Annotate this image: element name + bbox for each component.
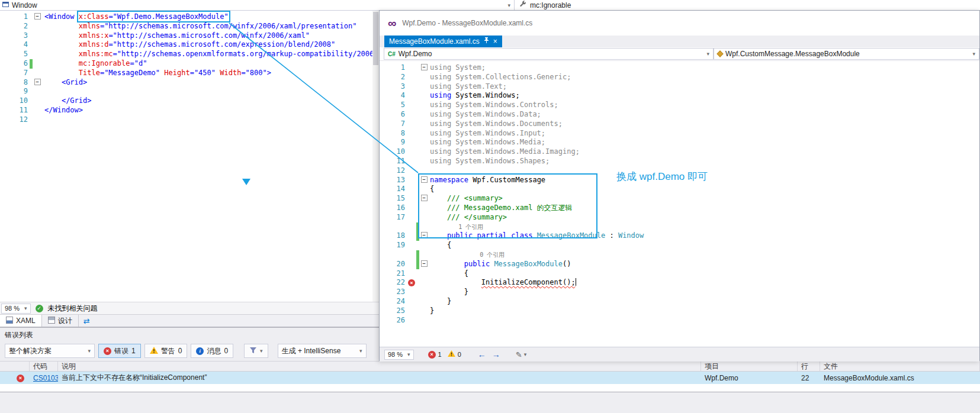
code-text: } — [429, 297, 451, 306]
cs-code-line[interactable]: 26 — [380, 316, 979, 325]
project-dropdown-label: Wpf.Demo — [399, 50, 432, 58]
cs-code-line[interactable]: 3using System.Text; — [380, 82, 979, 92]
csharp-code-area[interactable]: 1−using System;2using System.Collections… — [380, 61, 979, 325]
xaml-code-line[interactable]: 10 </Grid> — [0, 96, 379, 106]
cs-code-line[interactable]: 8using System.Windows.Input; — [380, 129, 979, 138]
cs-code-line[interactable]: 14{ — [380, 185, 979, 194]
csharp-editor[interactable]: 1−using System;2using System.Collections… — [380, 60, 979, 347]
cs-code-line[interactable]: 11using System.Windows.Shapes; — [380, 157, 979, 166]
xaml-code-line[interactable]: 2 xmlns="http://schemas.microsoft.com/wi… — [0, 22, 379, 31]
cs-code-line[interactable]: 5using System.Windows.Controls; — [380, 101, 979, 110]
xaml-editor[interactable]: 1−<Window x:Class="Wpf.Demo.MessageBoxMo… — [0, 11, 379, 302]
codelens-indicator[interactable]: 1 个引用 — [380, 222, 979, 232]
project-dropdown[interactable]: C# Wpf.Demo ▾ — [384, 48, 714, 60]
build-intellisense-dropdown[interactable]: 生成 + IntelliSense ▾ — [278, 344, 367, 358]
xaml-code-area[interactable]: 1−<Window x:Class="Wpf.Demo.MessageBoxMo… — [0, 11, 379, 125]
collapse-icon[interactable]: − — [34, 79, 41, 85]
scope-dropdown[interactable]: 整个解决方案 ▾ — [5, 344, 95, 358]
cs-code-line[interactable]: 1−using System; — [380, 63, 979, 73]
error-code-link[interactable]: CS0103 — [33, 374, 58, 382]
fold-margin[interactable]: − — [419, 63, 429, 73]
navigate-forward-icon[interactable]: → — [492, 350, 500, 359]
fold-margin[interactable]: − — [419, 176, 429, 185]
messages-filter-button[interactable]: i 消息 0 — [191, 344, 233, 358]
cs-code-line[interactable]: 20− public MessageBoxModule() — [380, 260, 979, 269]
xaml-code-line[interactable]: 8− <Grid> — [0, 78, 379, 88]
collapse-icon[interactable]: − — [421, 195, 428, 201]
xaml-code-line[interactable]: 3 xmlns:x="http://schemas.microsoft.com/… — [0, 31, 379, 41]
cs-code-line[interactable]: 2using System.Collections.Generic; — [380, 73, 979, 82]
cs-code-line[interactable]: 19 { — [380, 241, 979, 250]
column-header-severity[interactable] — [0, 362, 30, 371]
xaml-code-line[interactable]: 1−<Window x:Class="Wpf.Demo.MessageBoxMo… — [0, 12, 379, 22]
warnings-filter-button[interactable]: 警告 0 — [144, 344, 188, 358]
swap-panes-icon[interactable]: ⇄ — [79, 315, 95, 327]
cs-code-line[interactable]: 17 /// </summary> — [380, 213, 979, 222]
tab-xaml[interactable]: XAML — [0, 315, 42, 327]
error-count-icon[interactable]: × — [428, 351, 436, 359]
cs-code-line[interactable]: 25} — [380, 306, 979, 316]
xaml-code-line[interactable]: 4 xmlns:d="http://schemas.microsoft.com/… — [0, 40, 379, 50]
xaml-code-line[interactable]: 5 xmlns:mc="http://schemas.openxmlformat… — [0, 50, 379, 59]
xaml-editor-scrollbar[interactable] — [372, 11, 379, 302]
column-header-line[interactable]: 行 — [798, 362, 820, 371]
cs-code-line[interactable]: 4using System.Windows; — [380, 91, 979, 101]
code-text: </Grid> — [42, 96, 91, 106]
fold-margin[interactable]: − — [419, 260, 429, 269]
pin-icon[interactable] — [484, 37, 489, 46]
line-number: 1 — [380, 63, 407, 73]
fold-margin — [419, 166, 429, 176]
xaml-code-line[interactable]: 6 mc:Ignorable="d" — [0, 59, 379, 69]
gutter-icon-slot — [407, 110, 416, 120]
zoom-dropdown[interactable]: 98 % ▾ — [1, 304, 31, 314]
xaml-breadcrumb-bar: Window ▾ mc:Ignorable — [0, 0, 980, 11]
scrollbar-thumb[interactable] — [373, 12, 378, 65]
fold-margin[interactable]: − — [33, 78, 42, 88]
xaml-code-line[interactable]: 11</Window> — [0, 106, 379, 115]
cs-code-line[interactable]: 23 } — [380, 288, 979, 297]
error-row[interactable]: × CS0103 当前上下文中不存在名称“InitializeComponent… — [0, 372, 980, 384]
floating-window-titlebar[interactable]: ∞ Wpf.Demo - MessageBoxModule.xaml.cs — [380, 11, 979, 36]
fold-margin[interactable]: − — [419, 194, 429, 204]
fold-margin[interactable]: − — [419, 231, 429, 241]
row-line-cell: 22 — [798, 374, 820, 382]
collapse-icon[interactable]: − — [421, 176, 428, 183]
attribute-dropdown[interactable]: mc:Ignorable — [515, 0, 980, 10]
type-dropdown[interactable]: Wpf.CustomMessage.MessageBoxModule ▾ — [714, 48, 979, 60]
code-text: public partial class MessageBoxModule : … — [429, 231, 644, 241]
filter-button[interactable]: ▾ — [244, 344, 268, 358]
tab-design[interactable]: 设计 — [42, 315, 79, 327]
fold-margin[interactable]: − — [33, 12, 42, 22]
xaml-code-line[interactable]: 9 — [0, 87, 379, 96]
element-dropdown[interactable]: Window ▾ — [0, 0, 515, 10]
cs-code-line[interactable]: 16 /// MessageDemo.xaml 的交互逻辑 — [380, 204, 979, 213]
code-text: xmlns="http://schemas.microsoft.com/winf… — [42, 22, 356, 31]
edit-tracking-dropdown[interactable]: ✎ ▾ — [516, 350, 526, 359]
xaml-code-line[interactable]: 7 Title="MessageDemo" Height="450" Width… — [0, 69, 379, 78]
column-header-project[interactable]: 项目 — [701, 362, 798, 371]
cs-code-line[interactable]: 21 { — [380, 269, 979, 279]
errors-filter-button[interactable]: × 错误 1 — [98, 344, 141, 358]
document-tab[interactable]: MessageBoxModule.xaml.cs × — [384, 36, 502, 47]
column-header-file[interactable]: 文件 — [820, 362, 980, 371]
collapse-icon[interactable]: − — [421, 232, 428, 238]
collapse-icon[interactable]: − — [34, 13, 41, 20]
close-icon[interactable]: × — [493, 38, 497, 45]
collapse-icon[interactable]: − — [421, 260, 428, 267]
cs-code-line[interactable]: 18− public partial class MessageBoxModul… — [380, 231, 979, 241]
warning-count-icon[interactable] — [448, 350, 455, 359]
column-header-code[interactable]: 代码 — [30, 362, 58, 371]
cs-code-line[interactable]: 6using System.Windows.Data; — [380, 110, 979, 120]
collapse-icon[interactable]: − — [421, 64, 428, 70]
cs-code-line[interactable]: 9using System.Windows.Media; — [380, 138, 979, 147]
xaml-code-line[interactable]: 12 — [0, 115, 379, 125]
column-header-description[interactable]: 说明 — [58, 362, 701, 371]
cs-code-line[interactable]: 22× InitializeComponent(); — [380, 278, 979, 288]
navigate-back-icon[interactable]: ← — [478, 350, 486, 359]
cs-code-line[interactable]: 7using System.Windows.Documents; — [380, 120, 979, 129]
codelens-indicator[interactable]: 0 个引用 — [380, 250, 979, 260]
cs-code-line[interactable]: 10using System.Windows.Media.Imaging; — [380, 147, 979, 157]
cs-code-line[interactable]: 15− /// <summary> — [380, 194, 979, 204]
zoom-dropdown[interactable]: 98 % ▾ — [384, 350, 414, 360]
cs-code-line[interactable]: 24 } — [380, 297, 979, 306]
